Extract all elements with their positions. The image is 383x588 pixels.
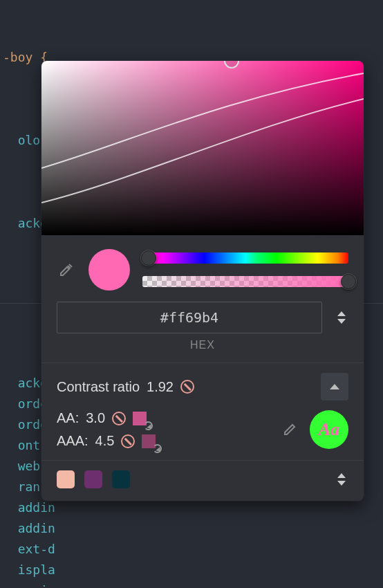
aaa-value: 4.5 [95, 433, 115, 449]
collapse-contrast-button[interactable] [321, 373, 348, 401]
palette-swatches [57, 470, 130, 488]
reload-icon [144, 421, 153, 430]
chevron-up-icon [330, 384, 339, 389]
aaa-label: AAA: [57, 433, 88, 449]
fail-icon [121, 434, 135, 448]
contrast-ratio-value: 1.92 [147, 379, 174, 395]
edit-compare-color-button[interactable] [282, 421, 300, 439]
saturation-value-field[interactable] [41, 61, 364, 235]
css-selector: -boy { [3, 50, 48, 64]
reload-icon [153, 444, 162, 453]
css-property: ext-d [18, 542, 55, 556]
css-property: ispla [18, 562, 55, 577]
contrast-aaa-row: AAA: 4.5 [57, 433, 156, 449]
css-property: addin [18, 500, 55, 515]
contrast-section: Contrast ratio 1.92 AA: 3.0 AAA: [41, 363, 364, 460]
palette-swatch[interactable] [57, 470, 75, 488]
chevron-up-icon [337, 311, 346, 316]
hue-thumb[interactable] [141, 250, 156, 266]
pencil-icon [282, 421, 299, 437]
aa-fix-swatch[interactable] [133, 412, 147, 425]
fail-icon [112, 412, 126, 425]
eyedropper-icon [58, 261, 75, 278]
chevron-up-icon [337, 473, 346, 478]
sv-cursor[interactable] [224, 61, 239, 68]
aa-label: AA: [57, 410, 79, 426]
contrast-preview-badge: Aa [310, 410, 348, 449]
palette-swatch[interactable] [112, 470, 130, 488]
color-value-input[interactable] [57, 302, 322, 333]
palette-swatch[interactable] [84, 470, 102, 488]
css-property: addin [18, 521, 55, 535]
alpha-slider[interactable] [142, 276, 348, 287]
palette-stepper[interactable] [335, 473, 348, 486]
contrast-title: Contrast ratio [57, 379, 140, 395]
contrast-curve-overlay [41, 61, 364, 235]
color-format-label: HEX [41, 336, 364, 362]
chevron-down-icon [337, 481, 346, 486]
css-property: argin [18, 583, 55, 588]
contrast-aa-row: AA: 3.0 [57, 410, 156, 426]
badge-text: Aa [319, 421, 339, 439]
aa-value: 3.0 [86, 410, 105, 426]
format-stepper[interactable] [335, 311, 348, 324]
aaa-fix-swatch[interactable] [142, 434, 156, 448]
current-color-swatch [88, 249, 130, 291]
alpha-thumb[interactable] [341, 274, 356, 289]
color-picker-popover: HEX Contrast ratio 1.92 AA: 3.0 [41, 61, 364, 501]
hue-slider[interactable] [142, 252, 348, 264]
eyedropper-button[interactable] [57, 260, 76, 279]
fail-icon [180, 380, 194, 394]
chevron-down-icon [337, 319, 346, 324]
